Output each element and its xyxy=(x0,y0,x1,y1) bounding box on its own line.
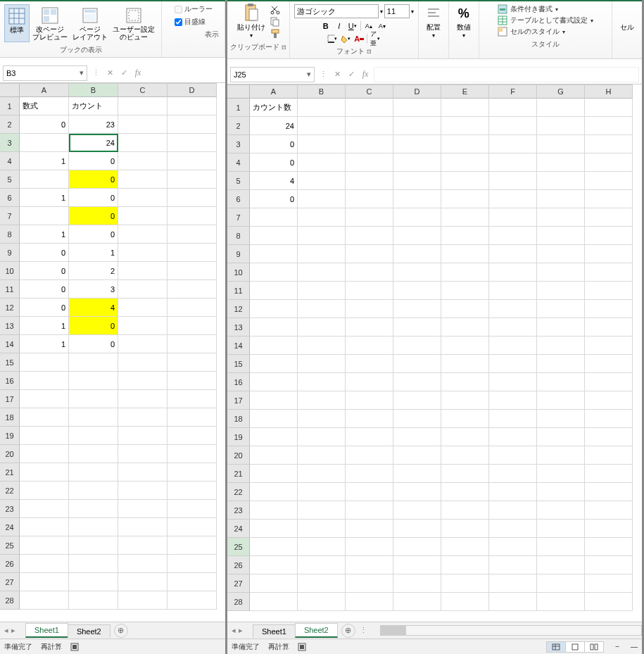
cell[interactable] xyxy=(585,263,633,282)
alignment-button[interactable]: 配置 ▾ xyxy=(422,3,446,40)
cell[interactable] xyxy=(250,428,298,446)
cell[interactable] xyxy=(441,483,489,501)
row-header[interactable]: 16 xyxy=(0,372,20,390)
cell[interactable] xyxy=(393,245,441,263)
row-header[interactable]: 28 xyxy=(0,591,20,610)
cell[interactable] xyxy=(537,355,585,373)
cell[interactable]: 24 xyxy=(250,117,298,135)
cell[interactable] xyxy=(393,410,441,428)
cell[interactable] xyxy=(298,99,346,117)
column-header[interactable]: C xyxy=(118,83,168,97)
cell[interactable] xyxy=(537,245,585,263)
row-header[interactable]: 11 xyxy=(0,280,20,298)
cell[interactable] xyxy=(537,373,585,391)
row-header[interactable]: 26 xyxy=(0,555,20,573)
italic-icon[interactable]: I xyxy=(334,20,345,32)
cell[interactable] xyxy=(118,170,168,189)
cell[interactable] xyxy=(168,555,217,573)
row-header[interactable]: 23 xyxy=(227,501,250,520)
cell[interactable]: カウント数 xyxy=(250,99,298,117)
cell[interactable] xyxy=(168,170,217,189)
cell[interactable] xyxy=(441,520,489,538)
cell[interactable] xyxy=(585,208,633,227)
cell[interactable] xyxy=(20,482,69,500)
row-header[interactable]: 1 xyxy=(227,99,250,117)
row-header[interactable]: 23 xyxy=(0,500,20,518)
cell[interactable] xyxy=(537,574,585,593)
row-header[interactable]: 17 xyxy=(0,390,20,408)
column-header[interactable]: A xyxy=(250,84,298,99)
cell[interactable] xyxy=(118,134,168,152)
cell[interactable] xyxy=(393,465,441,483)
cell[interactable] xyxy=(298,117,346,135)
cell[interactable] xyxy=(537,391,585,410)
cell[interactable]: 0 xyxy=(69,189,118,207)
cell[interactable] xyxy=(585,135,633,153)
cell[interactable] xyxy=(250,574,298,593)
cell[interactable] xyxy=(168,500,217,518)
cell[interactable] xyxy=(168,536,217,555)
cell[interactable] xyxy=(118,536,168,555)
cell[interactable] xyxy=(537,501,585,520)
row-header[interactable]: 11 xyxy=(227,282,250,300)
cell[interactable] xyxy=(585,465,633,483)
cell[interactable] xyxy=(441,355,489,373)
row-header[interactable]: 25 xyxy=(227,538,250,556)
cell[interactable] xyxy=(298,391,346,410)
cells-button[interactable]: セル xyxy=(615,3,639,34)
cell[interactable] xyxy=(20,372,69,390)
cell[interactable] xyxy=(69,518,118,536)
row-header[interactable]: 9 xyxy=(227,245,250,263)
tab-nav-last-icon[interactable]: ▸ xyxy=(239,626,243,635)
select-all-corner[interactable] xyxy=(0,83,20,97)
view-custom-button[interactable]: ユーザー設定 のビュー xyxy=(111,4,157,42)
cell[interactable] xyxy=(585,373,633,391)
view-pagebreak-icon[interactable] xyxy=(584,641,604,653)
cell[interactable] xyxy=(346,300,393,318)
row-header[interactable]: 28 xyxy=(227,593,250,611)
cell[interactable] xyxy=(250,208,298,227)
cell[interactable] xyxy=(20,170,69,189)
cell[interactable] xyxy=(537,556,585,574)
cell[interactable] xyxy=(298,428,346,446)
cell[interactable] xyxy=(489,391,537,410)
cell[interactable] xyxy=(118,353,168,372)
cell[interactable]: 0 xyxy=(20,280,69,298)
cell[interactable] xyxy=(298,446,346,465)
cell[interactable] xyxy=(168,244,217,262)
cell[interactable] xyxy=(537,410,585,428)
font-color-icon[interactable]: A xyxy=(353,33,365,44)
cell[interactable] xyxy=(585,538,633,556)
column-header[interactable]: D xyxy=(393,84,441,99)
cell[interactable] xyxy=(118,262,168,280)
row-header[interactable]: 9 xyxy=(0,244,20,262)
cell[interactable] xyxy=(393,282,441,300)
conditional-formatting-button[interactable]: 条件付き書式▾ xyxy=(498,4,593,14)
enter-icon[interactable]: ✓ xyxy=(118,68,130,79)
cell[interactable] xyxy=(346,355,393,373)
row-header[interactable]: 10 xyxy=(227,263,250,282)
cell[interactable] xyxy=(585,446,633,465)
cell[interactable] xyxy=(585,520,633,538)
cell[interactable] xyxy=(118,408,168,427)
cell[interactable] xyxy=(346,538,393,556)
cell[interactable] xyxy=(585,556,633,574)
cell[interactable] xyxy=(168,280,217,298)
fill-color-icon[interactable]: ▾ xyxy=(340,33,351,44)
cell[interactable] xyxy=(298,318,346,337)
cell[interactable] xyxy=(118,463,168,482)
view-pagebreak-button[interactable]: 改ページ プレビュー xyxy=(30,4,70,42)
row-header[interactable]: 24 xyxy=(227,520,250,538)
cell[interactable] xyxy=(69,353,118,372)
font-name-select[interactable] xyxy=(294,4,379,18)
cell[interactable] xyxy=(168,225,217,244)
cell[interactable] xyxy=(489,574,537,593)
cell[interactable]: 0 xyxy=(69,225,118,244)
cell[interactable] xyxy=(393,227,441,245)
cell[interactable] xyxy=(441,373,489,391)
cell[interactable] xyxy=(168,463,217,482)
cell[interactable] xyxy=(537,465,585,483)
check-ruler[interactable]: ルーラー xyxy=(175,4,213,14)
cell[interactable] xyxy=(298,574,346,593)
cell[interactable] xyxy=(346,99,393,117)
